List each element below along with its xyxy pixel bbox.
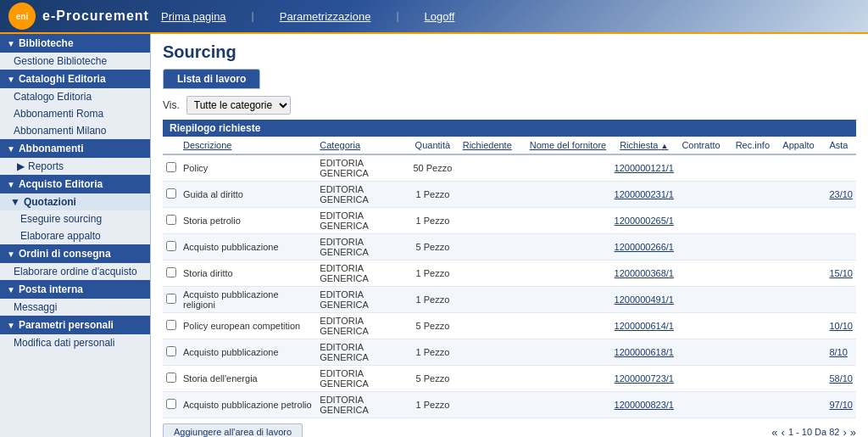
row-check-3 [163, 234, 180, 261]
row-cat-9: EDITORIA GENERICA [316, 392, 406, 418]
row-asta-3 [826, 234, 856, 261]
row-cat-6: EDITORIA GENERICA [316, 313, 406, 339]
row-checkbox-0[interactable] [166, 162, 176, 172]
nav-logoff[interactable]: Logoff [425, 10, 455, 23]
sidebar-item-gestione-bib[interactable]: Gestione Biblioteche [0, 53, 150, 70]
row-richiesta-2: 1200000265/1 [609, 208, 678, 234]
row-qty-3: 5 Pezzo [406, 234, 459, 261]
row-richiedente-5 [459, 287, 526, 313]
asta-link-9[interactable]: 97/10 [829, 400, 853, 410]
tab-lista-lavoro[interactable]: Lista di lavoro [163, 69, 260, 89]
sidebar-section-acquisto[interactable]: ▼ Acquisto Editoria [0, 175, 150, 193]
sidebar-section-cataloghi[interactable]: ▼ Cataloghi Editoria [0, 70, 150, 88]
richiesta-link-1[interactable]: 1200000231/1 [615, 189, 674, 199]
asta-link-7[interactable]: 8/10 [829, 347, 847, 357]
row-cat-1: EDITORIA GENERICA [316, 182, 406, 208]
richiesta-link-9[interactable]: 1200000823/1 [615, 400, 674, 410]
sidebar-section-biblioteche[interactable]: ▼ Biblioteche [0, 34, 150, 53]
row-checkbox-8[interactable] [166, 373, 176, 383]
col-header-richiesta: Richiesta ▲ [609, 137, 678, 154]
row-recinfo-6 [732, 313, 780, 339]
row-asta-8: 58/10 [826, 366, 856, 392]
sort-descrizione[interactable]: Descrizione [183, 140, 231, 150]
sidebar-section-ordini[interactable]: ▼ Ordini di consegna [0, 244, 150, 263]
sort-richiedente[interactable]: Richiedente [463, 140, 512, 150]
sidebar-item-elaborare-appalto[interactable]: Elaborare appalto [0, 227, 150, 244]
pagination-last[interactable]: » [850, 426, 856, 438]
richiesta-link-2[interactable]: 1200000265/1 [615, 216, 674, 226]
row-recinfo-4 [732, 261, 780, 287]
pagination-next[interactable]: › [843, 426, 846, 438]
sidebar-item-eseguire[interactable]: Eseguire sourcing [0, 210, 150, 227]
row-qty-9: 1 Pezzo [406, 392, 459, 418]
asta-link-6[interactable]: 10/10 [829, 321, 853, 331]
pagination-first[interactable]: « [771, 426, 777, 438]
richiesta-link-8[interactable]: 1200000723/1 [615, 373, 674, 384]
sidebar-section-abbonamenti[interactable]: ▼ Abbonamenti [0, 139, 150, 158]
sidebar-item-abb-roma[interactable]: Abbonamenti Roma [0, 105, 150, 122]
row-recinfo-7 [732, 339, 780, 366]
add-to-workspace-button[interactable]: Aggiungere all'area di lavoro [163, 423, 303, 437]
col-header-richiedente: Richiedente [459, 137, 526, 154]
richiesta-link-6[interactable]: 1200000614/1 [615, 321, 674, 331]
row-check-8 [163, 366, 180, 392]
sidebar: ▼ Biblioteche Gestione Biblioteche ▼ Cat… [0, 34, 151, 437]
arrow-parametri: ▼ [7, 321, 15, 330]
sort-richiesta[interactable]: Richiesta ▲ [620, 140, 668, 150]
row-checkbox-1[interactable] [166, 188, 176, 199]
row-desc-6: Policy european competition [180, 313, 316, 339]
row-checkbox-2[interactable] [166, 215, 176, 225]
row-richiesta-9: 1200000823/1 [609, 392, 678, 418]
table-row: Policy european competition EDITORIA GEN… [163, 313, 856, 339]
richiesta-link-5[interactable]: 1200000491/1 [615, 294, 674, 305]
asta-link-8[interactable]: 58/10 [829, 373, 853, 384]
row-checkbox-5[interactable] [166, 294, 176, 304]
sidebar-item-catalogo-edit[interactable]: Catalogo Editoria [0, 88, 150, 105]
row-checkbox-6[interactable] [166, 320, 176, 330]
richiesta-link-0[interactable]: 1200000121/1 [615, 163, 674, 173]
sidebar-section-parametri[interactable]: ▼ Parametri personali [0, 316, 150, 334]
sidebar-subsection-quotazioni[interactable]: ▼ Quotazioni [0, 193, 150, 210]
arrow-biblioteche: ▼ [7, 39, 15, 48]
section-header-riepilogo: Riepilogo richieste [163, 120, 856, 137]
sort-fornitore[interactable]: Nome del fornitore [530, 140, 607, 150]
asta-link-4[interactable]: 15/10 [829, 268, 853, 278]
row-fornitore-9 [526, 392, 610, 418]
arrow-quotazioni: ▼ [10, 196, 20, 208]
richiesta-link-4[interactable]: 1200000368/1 [615, 268, 674, 278]
row-fornitore-5 [526, 287, 610, 313]
sidebar-item-messaggi[interactable]: Messaggi [0, 299, 150, 316]
sort-categoria[interactable]: Categoria [320, 140, 360, 150]
row-checkbox-7[interactable] [166, 346, 176, 356]
nav-prima-pagina[interactable]: Prima pagina [161, 10, 226, 23]
row-fornitore-0 [526, 154, 610, 182]
row-qty-7: 1 Pezzo [406, 339, 459, 366]
row-checkbox-4[interactable] [166, 267, 176, 277]
sidebar-item-reports[interactable]: ▶ Reports [0, 158, 150, 175]
table-row: Acquisto pubblicazione EDITORIA GENERICA… [163, 234, 856, 261]
nav-parametrizzazione[interactable]: Parametrizzazione [280, 10, 371, 23]
category-filter[interactable]: Tutte le categorie Editoria Generica [186, 96, 291, 115]
pagination-prev[interactable]: ‹ [782, 426, 785, 438]
row-contratto-6 [678, 313, 732, 339]
row-richiesta-1: 1200000231/1 [609, 182, 678, 208]
asta-link-1[interactable]: 23/10 [829, 189, 853, 199]
richiesta-link-3[interactable]: 1200000266/1 [615, 242, 674, 252]
row-qty-8: 5 Pezzo [406, 366, 459, 392]
sidebar-item-ordine[interactable]: Elaborare ordine d'acquisto [0, 263, 150, 280]
row-checkbox-9[interactable] [166, 399, 176, 409]
row-richiedente-8 [459, 366, 526, 392]
richiesta-link-7[interactable]: 1200000618/1 [615, 347, 674, 357]
row-recinfo-3 [732, 234, 780, 261]
sidebar-item-modifica[interactable]: Modifica dati personali [0, 334, 150, 351]
row-desc-1: Guida al diritto [180, 182, 316, 208]
col-header-check [163, 137, 180, 154]
row-cat-7: EDITORIA GENERICA [316, 339, 406, 366]
row-recinfo-9 [732, 392, 780, 418]
arrow-posta: ▼ [7, 285, 15, 294]
layout: ▼ Biblioteche Gestione Biblioteche ▼ Cat… [0, 34, 868, 437]
sidebar-section-posta[interactable]: ▼ Posta interna [0, 280, 150, 299]
eni-logo: eni [8, 3, 36, 30]
row-checkbox-3[interactable] [166, 241, 176, 251]
sidebar-item-abb-milano[interactable]: Abbonamenti Milano [0, 122, 150, 139]
